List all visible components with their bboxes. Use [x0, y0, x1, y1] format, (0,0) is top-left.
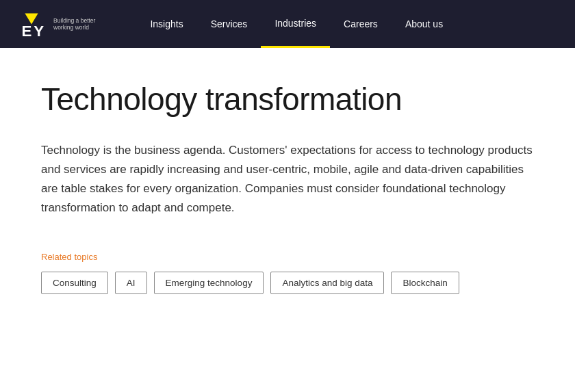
ey-logo-icon: E Y: [21, 8, 53, 40]
tags-row: Consulting AI Emerging technology Analyt…: [41, 272, 534, 294]
logo-tagline: Building a better working world: [53, 17, 95, 31]
related-topics-label: Related topics: [41, 252, 534, 262]
tag-emerging-technology[interactable]: Emerging technology: [154, 272, 264, 294]
main-nav: Insights Services Industries Careers Abo…: [136, 0, 457, 48]
site-header: E Y Building a better working world Insi…: [0, 0, 575, 48]
nav-item-industries[interactable]: Industries: [261, 0, 330, 48]
svg-text:E: E: [22, 23, 32, 40]
nav-item-about[interactable]: About us: [392, 0, 457, 48]
main-content: Technology transformation Technology is …: [0, 48, 575, 322]
tag-consulting[interactable]: Consulting: [41, 272, 108, 294]
nav-item-insights[interactable]: Insights: [136, 0, 196, 48]
nav-item-careers[interactable]: Careers: [330, 0, 392, 48]
page-title: Technology transformation: [41, 82, 534, 117]
logo-area: E Y Building a better working world: [21, 8, 95, 40]
related-topics-section: Related topics Consulting AI Emerging te…: [41, 252, 534, 294]
svg-text:Y: Y: [34, 23, 44, 40]
tag-blockchain[interactable]: Blockchain: [391, 272, 459, 294]
tag-analytics[interactable]: Analytics and big data: [270, 272, 384, 294]
page-description: Technology is the business agenda. Custo…: [41, 141, 534, 218]
nav-item-services[interactable]: Services: [197, 0, 261, 48]
tag-ai[interactable]: AI: [115, 272, 147, 294]
